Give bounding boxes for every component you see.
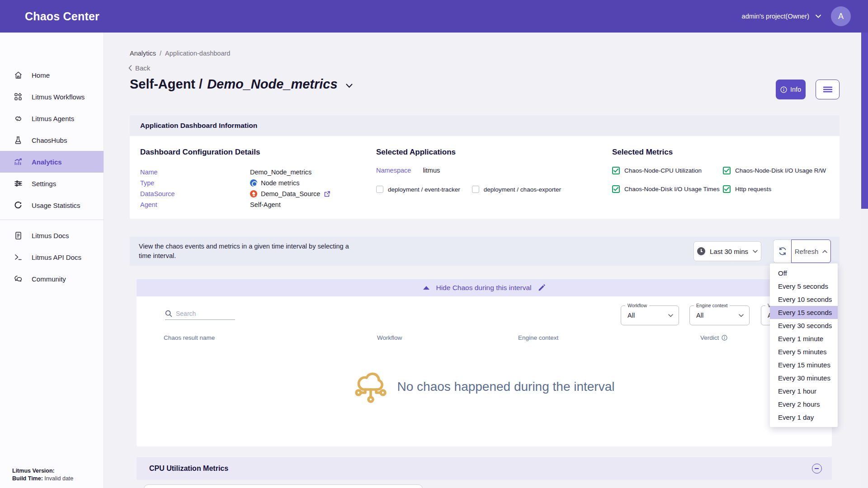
hide-chaos-label: Hide Chaos during this interval [436, 284, 531, 292]
analytics-icon [14, 157, 23, 166]
dashboard-info-card: Application Dashboard Information Dashbo… [130, 115, 840, 219]
config-value: Self-Agent [250, 199, 281, 210]
search-input[interactable] [176, 310, 226, 317]
checkbox-checked-icon[interactable] [723, 185, 731, 193]
dashboard-info-card-header: Application Dashboard Information [130, 115, 840, 136]
hamburger-menu-button[interactable] [816, 80, 840, 99]
time-range-dropdown[interactable]: Last 30 mins [693, 241, 761, 261]
config-details-title: Dashboard Configuration Details [140, 148, 376, 157]
terminal-icon [14, 253, 23, 262]
info-circle-icon[interactable] [722, 335, 727, 341]
interval-description: View the chaos events and metrics in a g… [139, 242, 351, 261]
checkbox-checked-icon[interactable] [612, 185, 620, 193]
refresh-now-button[interactable] [773, 239, 791, 263]
edit-pencil-icon[interactable] [538, 284, 545, 291]
sidebar-item-analytics[interactable]: Analytics [0, 151, 104, 173]
sidebar-divider [0, 220, 104, 220]
column-header-chaos-result-name: Chaos result name [164, 334, 215, 341]
selected-applications-column: Selected Applications Namespace litmus d… [376, 148, 612, 210]
checkbox-event-tracker[interactable]: deployment / event-tracker [376, 186, 460, 193]
node-metrics-icon [250, 179, 257, 187]
title-chevron-down-icon[interactable] [346, 84, 353, 88]
menu-item-every-5-seconds[interactable]: Every 5 seconds [770, 280, 838, 293]
triangle-up-icon [423, 286, 429, 290]
config-label: Name [140, 167, 250, 178]
breadcrumb-analytics[interactable]: Analytics [130, 50, 156, 57]
sidebar-item-home[interactable]: Home [0, 64, 104, 86]
menu-item-every-30-seconds[interactable]: Every 30 seconds [770, 319, 838, 332]
checkbox-unchecked-icon[interactable] [376, 186, 383, 193]
config-value: Node metrics [250, 178, 299, 188]
header-right: admin's project(Owner) A [742, 6, 851, 26]
menu-item-every-10-seconds[interactable]: Every 10 seconds [770, 293, 838, 306]
config-type-text: Node metrics [261, 178, 299, 188]
refresh-rate-dropdown[interactable]: Refresh [791, 239, 831, 263]
workflows-icon [14, 92, 23, 101]
checkbox-disk-io-rw[interactable]: Chaos-Node-Disk I/O Usage R/W [723, 167, 840, 174]
filter-label: Engine context [694, 303, 730, 308]
collapse-minus-icon[interactable] [812, 464, 822, 474]
checkbox-checked-icon[interactable] [723, 167, 731, 174]
menu-item-every-1-hour[interactable]: Every 1 hour [770, 385, 838, 398]
menu-item-every-2-hours[interactable]: Every 2 hours [770, 398, 838, 411]
filter-value: All [696, 312, 703, 319]
menu-item-off[interactable]: Off [770, 267, 838, 280]
menu-item-every-15-minutes[interactable]: Every 15 minutes [770, 358, 838, 371]
checkbox-label: Chaos-Node-CPU Utilization [624, 167, 702, 174]
chevron-up-icon [822, 250, 827, 253]
sidebar-item-label: Home [32, 71, 50, 79]
sidebar-item-label: ChaosHubs [32, 136, 67, 144]
checkbox-unchecked-icon[interactable] [472, 186, 479, 193]
checkbox-chaos-exporter[interactable]: deployment / chaos-exporter [472, 186, 561, 193]
menu-item-every-5-minutes[interactable]: Every 5 minutes [770, 345, 838, 358]
back-label: Back [135, 64, 150, 72]
sidebar-item-litmus-workflows[interactable]: Litmus Workflows [0, 86, 104, 108]
sidebar-item-community[interactable]: Community [0, 268, 104, 290]
info-button[interactable]: Info [776, 80, 806, 99]
menu-item-every-1-day[interactable]: Every 1 day [770, 411, 838, 424]
search-field[interactable] [165, 310, 235, 320]
scrollbar-thumb[interactable] [861, 33, 868, 209]
sliders-icon [14, 179, 23, 188]
checkbox-checked-icon[interactable] [612, 167, 620, 174]
sidebar-item-litmus-api-docs[interactable]: Litmus API Docs [0, 246, 104, 268]
scrollbar-track[interactable] [861, 33, 868, 488]
build-time-value: Invalid date [44, 475, 73, 482]
checkbox-cpu-utilization[interactable]: Chaos-Node-CPU Utilization [612, 167, 723, 174]
agents-icon [14, 114, 23, 123]
sidebar-item-litmus-docs[interactable]: Litmus Docs [0, 225, 104, 246]
sidebar-item-label: Litmus API Docs [32, 253, 81, 261]
title-dashboard-name: Demo_Node_metrics [207, 77, 338, 92]
avatar[interactable]: A [831, 6, 851, 26]
title-row: Self-Agent / Demo_Node_metrics Info [130, 77, 840, 99]
checkbox-disk-io-times[interactable]: Chaos-Node-Disk I/O Usage Times [612, 185, 723, 193]
table-toolbar: Workflow All Engine context All Verdict … [137, 296, 832, 334]
config-row-name: Name Demo_Node_metrics [140, 167, 376, 178]
back-button[interactable]: Back [128, 64, 150, 72]
checkbox-http-requests[interactable]: Http requests [723, 185, 840, 193]
namespace-label: Namespace [376, 167, 411, 174]
menu-item-every-30-minutes[interactable]: Every 30 minutes [770, 371, 838, 385]
engine-context-filter-dropdown[interactable]: Engine context All [689, 305, 750, 325]
sidebar-item-chaoshubs[interactable]: ChaosHubs [0, 129, 104, 151]
menu-item-every-1-minute[interactable]: Every 1 minute [770, 332, 838, 345]
sidebar-item-settings[interactable]: Settings [0, 173, 104, 194]
column-header-verdict: Verdict [700, 334, 727, 341]
config-value: Demo_Node_metrics [250, 167, 311, 178]
chat-bubbles-icon [14, 274, 23, 283]
external-link-icon[interactable] [324, 191, 330, 197]
sidebar-item-label: Settings [32, 180, 56, 188]
workflow-filter-dropdown[interactable]: Workflow All [621, 305, 679, 325]
project-selector[interactable]: admin's project(Owner) [742, 13, 821, 20]
breadcrumb: Analytics / Application-dashboard [130, 50, 230, 57]
menu-item-every-15-seconds[interactable]: Every 15 seconds [770, 306, 838, 319]
sidebar-item-usage-statistics[interactable]: Usage Statistics [0, 194, 104, 216]
info-circle-icon [780, 86, 787, 93]
checkbox-label: deployment / event-tracker [388, 186, 460, 193]
build-time-label: Build Time: [12, 475, 43, 482]
filter-label: Workflow [625, 303, 649, 308]
hide-chaos-toggle[interactable]: Hide Chaos during this interval [137, 279, 832, 296]
prometheus-icon [250, 190, 257, 197]
sidebar-item-litmus-agents[interactable]: Litmus Agents [0, 108, 104, 129]
refresh-icon [778, 247, 787, 256]
